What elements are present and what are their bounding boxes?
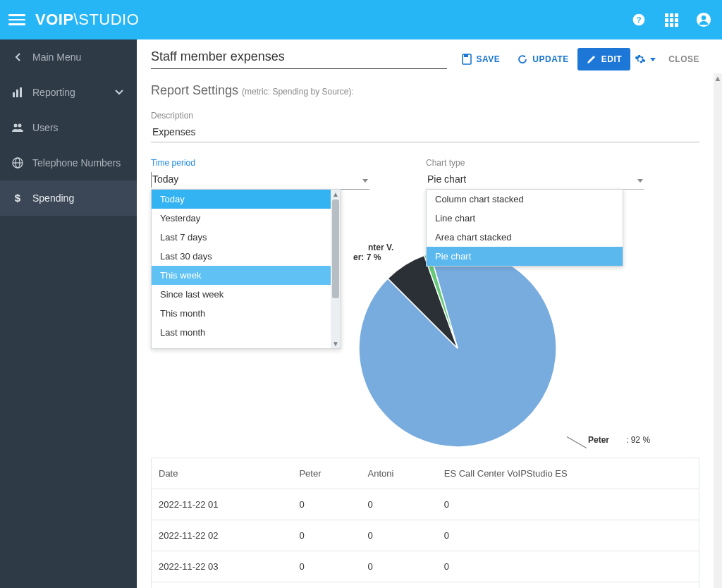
table-column-header: ES Call Center VoIPStudio ES xyxy=(437,458,699,489)
table-cell: 0 xyxy=(292,551,360,582)
chart-type-dropdown: Column chart stackedLine chartArea chart… xyxy=(426,189,623,267)
dollar-icon: $ xyxy=(11,192,24,204)
chevron-down-icon xyxy=(113,86,126,99)
edit-button[interactable]: EDIT xyxy=(577,48,630,71)
svg-point-7 xyxy=(14,124,18,128)
sidebar-item-spending[interactable]: $ Spending xyxy=(0,180,137,216)
pencil-icon xyxy=(586,54,597,65)
chevron-left-icon xyxy=(11,51,24,63)
bar-chart-icon xyxy=(11,86,24,99)
sidebar-item-telephone-numbers[interactable]: Telephone Numbers xyxy=(0,145,137,180)
table-cell: 2022-11-22 03 xyxy=(152,551,293,582)
chevron-down-icon xyxy=(362,173,368,185)
svg-rect-6 xyxy=(20,87,22,97)
dropdown-option[interactable]: This week xyxy=(152,266,341,285)
time-period-label: Time period xyxy=(151,158,369,168)
dropdown-option[interactable]: Last month xyxy=(152,323,341,342)
chart-type-select[interactable]: Pie chart xyxy=(426,171,644,190)
chevron-down-icon xyxy=(637,173,643,185)
sidebar-item-reporting[interactable]: Reporting xyxy=(0,75,137,110)
account-icon[interactable] xyxy=(694,10,714,30)
top-bar: VOIP\STUDIO ? xyxy=(0,0,722,39)
dropdown-option[interactable]: Pie chart xyxy=(427,247,623,266)
content-scrollbar[interactable]: ▲ xyxy=(714,73,722,588)
table-cell: 2022-11-22 01 xyxy=(152,489,293,520)
table-cell: 2022-11-22 04 xyxy=(152,582,293,589)
svg-text:?: ? xyxy=(636,15,641,24)
sidebar-item-label: Reporting xyxy=(32,87,75,98)
hamburger-menu-button[interactable] xyxy=(8,11,25,28)
sidebar-item-label: Users xyxy=(32,122,59,133)
table-cell: 0 xyxy=(292,582,360,589)
table-column-header: Peter xyxy=(292,458,360,489)
chart-type-field: Chart type Pie chart Column chart stacke… xyxy=(426,158,644,190)
dropdown-option[interactable]: Since last week xyxy=(152,285,341,304)
time-period-select[interactable]: Today xyxy=(151,171,369,190)
dropdown-option[interactable]: Yesterday xyxy=(152,209,341,228)
svg-rect-5 xyxy=(16,90,18,97)
table-cell: 2022-11-22 02 xyxy=(152,520,293,551)
sidebar-item-label: Telephone Numbers xyxy=(32,157,121,169)
refresh-icon xyxy=(517,54,528,65)
svg-rect-4 xyxy=(13,92,15,97)
table-cell: 0 xyxy=(437,489,699,520)
sidebar-item-label: Main Menu xyxy=(32,51,81,63)
svg-text:$: $ xyxy=(15,192,21,204)
svg-rect-14 xyxy=(464,54,468,57)
table-cell: 0 xyxy=(361,582,437,589)
description-field: Description xyxy=(151,111,699,142)
table-cell: 0 xyxy=(437,520,699,551)
table-cell: 0 xyxy=(361,489,437,520)
apps-grid-icon[interactable] xyxy=(661,10,681,30)
time-period-field: Time period Today TodayYesterdayLast 7 d… xyxy=(151,158,369,190)
dropdown-option[interactable]: This year xyxy=(152,342,341,348)
dropdown-option[interactable]: Last 7 days xyxy=(152,228,341,247)
app-logo: VOIP\STUDIO xyxy=(35,11,139,29)
time-period-dropdown: TodayYesterdayLast 7 daysLast 30 daysThi… xyxy=(151,189,341,349)
table-column-header: Date xyxy=(152,458,293,489)
table-column-header: Antoni xyxy=(361,458,437,489)
save-button[interactable]: SAVE xyxy=(453,48,509,71)
chart-slice-label: Peter: 92 % xyxy=(588,435,650,445)
table-cell: 0 xyxy=(437,582,699,589)
save-icon xyxy=(461,54,472,65)
sidebar-item-main-menu[interactable]: Main Menu xyxy=(0,39,137,75)
dropdown-option[interactable]: This month xyxy=(152,304,341,323)
dropdown-option[interactable]: Area chart stacked xyxy=(427,228,623,247)
svg-point-8 xyxy=(18,124,22,128)
chart-leader-line xyxy=(567,436,587,448)
settings-dropdown-button[interactable] xyxy=(630,48,660,71)
page-title: Staff member expenses xyxy=(151,49,447,69)
dropdown-scrollbar[interactable]: ▲ ▼ xyxy=(331,190,341,348)
gear-icon xyxy=(635,54,646,65)
chart-type-label: Chart type xyxy=(426,158,644,168)
table-row: 2022-11-22 02000 xyxy=(152,520,699,551)
close-button[interactable]: CLOSE xyxy=(660,49,708,70)
dropdown-option[interactable]: Today xyxy=(152,190,341,209)
users-icon xyxy=(11,121,24,134)
globe-icon xyxy=(11,157,24,169)
page-toolbar: Staff member expenses SAVE UPDATE EDIT xyxy=(137,39,722,77)
table-cell: 0 xyxy=(292,520,360,551)
update-button[interactable]: UPDATE xyxy=(508,48,577,71)
chevron-down-icon xyxy=(650,58,656,61)
description-input[interactable] xyxy=(151,123,699,142)
svg-point-3 xyxy=(702,16,706,20)
table-cell: 0 xyxy=(361,520,437,551)
sidebar: Main Menu Reporting Users Telephone Numb… xyxy=(0,39,137,588)
sidebar-item-label: Spending xyxy=(32,192,74,204)
description-label: Description xyxy=(151,111,699,121)
dropdown-option[interactable]: Last 30 days xyxy=(152,247,341,266)
dropdown-option[interactable]: Line chart xyxy=(427,209,623,228)
table-cell: 0 xyxy=(292,489,360,520)
dropdown-option[interactable]: Column chart stacked xyxy=(427,190,623,209)
help-icon[interactable]: ? xyxy=(629,10,649,30)
table-cell: 0 xyxy=(361,551,437,582)
table-row: 2022-11-22 04000 xyxy=(152,582,699,589)
content-area: Staff member expenses SAVE UPDATE EDIT xyxy=(137,39,722,588)
table-row: 2022-11-22 03000 xyxy=(152,551,699,582)
sidebar-item-users[interactable]: Users xyxy=(0,110,137,145)
table-row: 2022-11-22 01000 xyxy=(152,489,699,520)
table-cell: 0 xyxy=(437,551,699,582)
data-table: DatePeterAntoniES Call Center VoIPStudio… xyxy=(151,458,699,588)
